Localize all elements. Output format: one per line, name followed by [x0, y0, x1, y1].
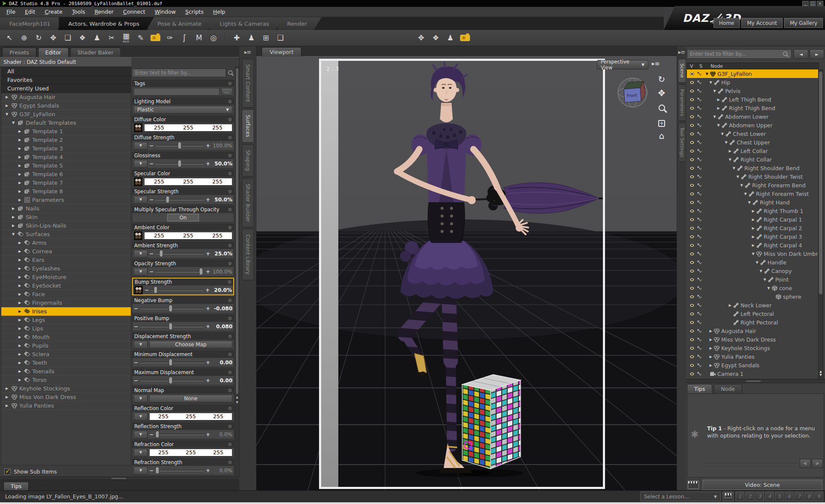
lesson-page-3[interactable]: 3 — [755, 492, 764, 501]
vtab-shader-builder[interactable]: Shader Builder — [242, 178, 254, 228]
selection-cursor-icon[interactable]: ↖✓ — [697, 362, 705, 368]
branch-closed-icon[interactable]: ▶ — [18, 284, 22, 288]
branch-closed-icon[interactable]: ▶ — [18, 344, 22, 348]
lesson-page-8[interactable]: 8 — [804, 492, 813, 501]
gear-icon[interactable]: ⚙ — [228, 316, 232, 321]
select-lighting-model[interactable]: Plastic▼ — [134, 106, 232, 114]
branch-closed-icon[interactable]: ▶ — [18, 198, 22, 202]
slider-minus[interactable]: − — [149, 197, 154, 203]
menu-file[interactable]: File — [2, 7, 20, 16]
perspective-camera-tool-icon[interactable] — [459, 32, 471, 45]
next-tip-button[interactable]: > — [812, 459, 823, 468]
surface-item-template-6[interactable]: ▶Template 6 — [1, 170, 131, 179]
scene-node-hip[interactable]: ↖✓▼Hip — [687, 78, 818, 87]
branch-closed-icon[interactable]: ▶ — [751, 226, 756, 230]
surface-item-default-templates[interactable]: ▼Default Templates — [1, 119, 131, 127]
branch-closed-icon[interactable]: ▶ — [18, 309, 22, 313]
surface-item-surfaces[interactable]: ▼Surfaces — [1, 230, 131, 239]
geometry-editor-tool-icon[interactable]: ✂ — [105, 32, 117, 45]
visibility-eye-icon[interactable] — [689, 243, 696, 248]
visibility-eye-icon[interactable] — [689, 72, 696, 76]
rgb-value-bar[interactable]: 255255255 — [144, 178, 232, 186]
visibility-eye-icon[interactable] — [689, 209, 696, 213]
visibility-eye-icon[interactable] — [689, 234, 696, 239]
selection-cursor-icon[interactable]: ↖✓ — [697, 71, 705, 77]
surface-selection-tool-icon[interactable]: ❖ — [76, 32, 88, 45]
slider-minus[interactable]: − — [134, 306, 138, 312]
selection-cursor-icon[interactable]: ↖✓ — [697, 371, 705, 377]
brand-link-home[interactable]: Home — [714, 18, 740, 28]
lesson-page-1[interactable]: 1 — [735, 492, 744, 501]
visibility-eye-icon[interactable] — [689, 346, 696, 351]
visibility-eye-icon[interactable] — [689, 132, 696, 136]
reset-camera-button[interactable]: ⌂ — [654, 130, 669, 142]
view-cube-gizmo[interactable]: Front — [618, 78, 647, 107]
selection-cursor-icon[interactable]: ↖✓ — [697, 302, 705, 308]
slider-plus[interactable]: + — [206, 161, 210, 167]
slider-minus[interactable]: − — [149, 269, 154, 275]
surface-item-template-8[interactable]: ▶Template 8 — [1, 187, 131, 196]
selection-cursor-icon[interactable]: ↖✓ — [697, 311, 705, 317]
menu-connect[interactable]: Connect — [118, 7, 150, 16]
scene-node-yulia-panties[interactable]: ↖✓▶Yulia Panties — [687, 352, 818, 361]
slider-minus[interactable]: − — [145, 287, 149, 293]
slider-plus[interactable]: + — [206, 432, 210, 438]
slider-minus[interactable]: − — [149, 251, 154, 257]
new-primitive-button-icon[interactable]: ✚ — [231, 32, 243, 45]
menu-help[interactable]: Help — [208, 7, 230, 16]
surface-item-all[interactable]: All — [1, 67, 131, 76]
surface-item-legs[interactable]: ▶Legs — [1, 316, 131, 324]
surface-item-eyemoisture[interactable]: ▶EyeMoisture — [1, 273, 131, 282]
scene-node-chest-upper[interactable]: ↖✓▼Chest Upper — [687, 138, 818, 147]
branch-closed-icon[interactable]: ▶ — [5, 387, 9, 390]
branch-closed-icon[interactable]: ▶ — [18, 327, 22, 330]
scrollbar-thumb[interactable] — [236, 68, 238, 394]
branch-closed-icon[interactable]: ▶ — [18, 241, 22, 245]
selection-cursor-icon[interactable]: ↖✓ — [697, 319, 705, 325]
rgb-value-bar[interactable]: 255255255 — [144, 232, 232, 240]
scene-node-pelvis[interactable]: ↖✓▼Pelvis — [687, 87, 818, 95]
selection-cursor-icon[interactable]: ↖✓ — [697, 122, 705, 128]
visibility-eye-icon[interactable] — [689, 183, 696, 188]
toggle-on-button[interactable]: On — [167, 214, 199, 222]
slider-track[interactable] — [151, 289, 204, 291]
slider-thumb[interactable] — [169, 323, 173, 330]
visibility-eye-icon[interactable] — [689, 149, 696, 153]
figure-tool-icon[interactable]: ♟ — [444, 32, 456, 45]
previous-tip-button[interactable]: < — [800, 459, 811, 468]
slider-dropdown-button[interactable]: ▼ — [134, 160, 148, 168]
lesson-select-dropdown[interactable]: Select a Lesson... ▼ — [640, 492, 721, 501]
universal-tool-icon[interactable]: ◎ — [208, 32, 220, 45]
branch-closed-icon[interactable]: ▶ — [708, 346, 713, 350]
pane-menu-icon[interactable]: ▸≡ — [677, 49, 686, 55]
selection-cursor-icon[interactable]: ↖✓ — [697, 251, 705, 257]
surface-item-ears[interactable]: ▶Ears — [1, 256, 131, 264]
visibility-eye-icon[interactable] — [689, 80, 696, 85]
gear-icon[interactable]: ⚙ — [228, 135, 232, 141]
slider-track[interactable] — [155, 470, 204, 471]
rgb-value-bar[interactable]: 255255255 — [144, 124, 232, 132]
video-scene-button[interactable]: Video: Scene — [702, 480, 822, 490]
visibility-eye-icon[interactable] — [689, 277, 696, 282]
node-selection-tool-icon[interactable]: ↖ — [3, 32, 15, 45]
branch-closed-icon[interactable]: ▶ — [18, 249, 22, 253]
scene-node-g3f-lyfallon[interactable]: ↖✓▼G3F_LyFallon — [687, 69, 818, 78]
slider-plus[interactable]: + — [206, 251, 210, 257]
branch-closed-icon[interactable]: ▶ — [5, 104, 9, 108]
gear-icon[interactable]: ⚙ — [228, 334, 232, 339]
surface-item-g3f-lyfallon[interactable]: ▼G3F_LyFallon — [1, 110, 131, 119]
visibility-eye-icon[interactable] — [689, 320, 696, 325]
group-nodes-button-icon[interactable]: ❑ — [274, 32, 286, 45]
menu-create[interactable]: Create — [40, 7, 67, 16]
selection-cursor-icon[interactable]: ↖✓ — [697, 114, 705, 120]
scroll-down-arrow[interactable]: ▼ — [235, 400, 239, 405]
slider-dropdown-button[interactable]: ▼ — [134, 268, 148, 276]
slider-plus[interactable]: + — [205, 287, 210, 293]
branch-closed-icon[interactable]: ▶ — [18, 129, 22, 133]
tab-tips-right[interactable]: Tips — [687, 384, 712, 393]
scene-node-right-forearm-twist[interactable]: ↖✓▼Right Forearm Twist — [687, 189, 818, 198]
scene-filter-input[interactable] — [687, 49, 792, 59]
gear-icon[interactable]: ⚙ — [228, 352, 232, 357]
properties-filter-input[interactable] — [132, 69, 226, 77]
viewport-options-icon[interactable]: ▸≡ — [652, 60, 660, 67]
